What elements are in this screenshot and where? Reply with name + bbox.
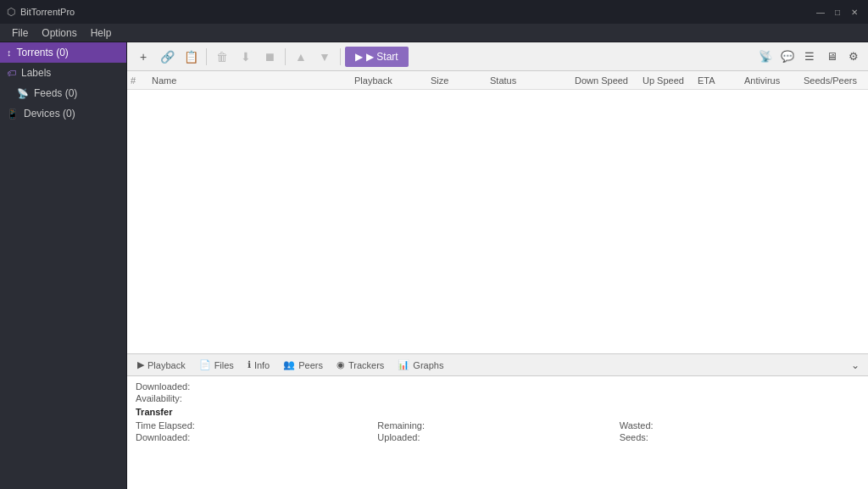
- list-view-button[interactable]: ☰: [800, 47, 819, 66]
- graphs-tab-icon: 📊: [398, 359, 409, 370]
- availability-row: Availability:: [136, 393, 860, 403]
- separator-3: [340, 48, 341, 65]
- main-layout: ↕ Torrents (0) 🏷 Labels 📡 Feeds (0) 📱 De…: [0, 42, 868, 489]
- col-name[interactable]: Name: [148, 75, 351, 86]
- window-controls: — □ ✕: [814, 5, 861, 19]
- priority-down-button[interactable]: ▼: [314, 47, 336, 67]
- info-tab-icon: ℹ: [248, 359, 251, 370]
- sidebar-label-torrents: Torrents (0): [17, 47, 69, 58]
- availability-label: Availability:: [136, 393, 220, 403]
- separator-1: [206, 48, 207, 65]
- labels-icon: 🏷: [7, 68, 16, 78]
- trackers-tab-icon: ◉: [337, 359, 345, 370]
- bottom-content: Downloaded: Availability: Transfer Time …: [127, 376, 868, 489]
- transfer-grid: Time Elapsed: Remaining: Wasted: Do: [136, 420, 860, 442]
- priority-up-button[interactable]: ▲: [290, 47, 312, 67]
- col-size[interactable]: Size: [427, 75, 487, 86]
- menu-bar: File Options Help: [0, 24, 868, 42]
- tab-info-label: Info: [254, 360, 270, 370]
- tab-info[interactable]: ℹ Info: [241, 357, 276, 373]
- menu-file[interactable]: File: [5, 25, 35, 41]
- col-upspeed[interactable]: Up Speed: [639, 75, 694, 86]
- tab-playback-label: Playback: [147, 360, 186, 370]
- chat-button[interactable]: 💬: [778, 47, 797, 66]
- tab-files[interactable]: 📄 Files: [192, 357, 241, 373]
- start-button[interactable]: ▶ ▶ Start: [345, 47, 409, 67]
- torrent-list: [127, 90, 868, 353]
- tab-trackers-label: Trackers: [348, 360, 384, 370]
- sidebar-item-devices[interactable]: 📱 Devices (0): [0, 103, 126, 124]
- remaining-row: Remaining:: [377, 420, 617, 431]
- app-icon: ⬡: [7, 6, 15, 18]
- tab-files-label: Files: [214, 360, 234, 370]
- time-elapsed-row: Time Elapsed:: [136, 420, 376, 431]
- sidebar-label-feeds: Feeds (0): [34, 87, 77, 99]
- sidebar-item-torrents[interactable]: ↕ Torrents (0): [0, 42, 126, 63]
- transfer-section: Transfer Time Elapsed: Remaining: Wasted…: [136, 407, 860, 442]
- transfer-title: Transfer: [136, 407, 860, 417]
- tab-graphs[interactable]: 📊 Graphs: [391, 357, 450, 373]
- start-icon: ▶: [355, 51, 363, 63]
- app-title: BitTorrentPro: [20, 7, 75, 17]
- tab-peers-label: Peers: [298, 360, 323, 370]
- feeds-icon: 📡: [17, 88, 29, 99]
- downloaded-label: Downloaded:: [136, 381, 220, 392]
- rss-button[interactable]: 📡: [756, 47, 775, 66]
- table-header: # Name Playback Size Status Down Speed U…: [127, 71, 868, 90]
- minimize-button[interactable]: —: [814, 5, 827, 19]
- close-button[interactable]: ✕: [848, 5, 861, 19]
- downloaded2-label: Downloaded:: [136, 432, 190, 442]
- uploaded-row: Uploaded:: [377, 432, 617, 442]
- wasted-row: Wasted:: [620, 420, 860, 431]
- devices-icon: 📱: [7, 108, 19, 119]
- sidebar-item-labels[interactable]: 🏷 Labels: [0, 63, 126, 83]
- remaining-label: Remaining:: [377, 420, 425, 431]
- settings-button[interactable]: ⚙: [844, 47, 863, 66]
- tab-trackers[interactable]: ◉ Trackers: [330, 357, 391, 373]
- tab-graphs-label: Graphs: [413, 360, 443, 370]
- add-torrent-button[interactable]: +: [132, 47, 154, 67]
- menu-help[interactable]: Help: [84, 25, 119, 41]
- seeds-label: Seeds:: [620, 432, 648, 442]
- sidebar: ↕ Torrents (0) 🏷 Labels 📡 Feeds (0) 📱 De…: [0, 42, 127, 489]
- col-downspeed[interactable]: Down Speed: [571, 75, 639, 86]
- tab-playback[interactable]: ▶ Playback: [131, 357, 192, 373]
- files-tab-icon: 📄: [199, 359, 211, 370]
- screen-button[interactable]: 🖥: [822, 47, 841, 66]
- col-status[interactable]: Status: [487, 75, 571, 86]
- down-button[interactable]: ⬇: [235, 47, 257, 67]
- create-torrent-button[interactable]: 📋: [180, 47, 202, 67]
- seeds-row: Seeds:: [620, 432, 860, 442]
- title-bar: ⬡ BitTorrentPro — □ ✕: [0, 0, 868, 24]
- col-hash[interactable]: #: [127, 75, 148, 86]
- bottom-tabs: ▶ Playback 📄 Files ℹ Info 👥 Peers ◉: [127, 354, 868, 376]
- toolbar-right: 📡 💬 ☰ 🖥 ⚙: [756, 47, 863, 66]
- torrents-icon: ↕: [7, 47, 12, 58]
- playback-tab-icon: ▶: [137, 359, 144, 370]
- time-elapsed-label: Time Elapsed:: [136, 420, 195, 431]
- separator-2: [285, 48, 286, 65]
- uploaded-label: Uploaded:: [377, 432, 420, 442]
- bottom-panel: ▶ Playback 📄 Files ℹ Info 👥 Peers ◉: [127, 353, 868, 489]
- wasted-label: Wasted:: [620, 420, 654, 431]
- col-seeds[interactable]: Seeds/Peers: [800, 75, 868, 86]
- toolbar: + 🔗 📋 🗑 ⬇ ⏹ ▲ ▼ ▶ ▶ Start 📡 💬 ☰ 🖥 ⚙: [127, 42, 868, 71]
- peers-tab-icon: 👥: [283, 359, 295, 370]
- content-area: + 🔗 📋 🗑 ⬇ ⏹ ▲ ▼ ▶ ▶ Start 📡 💬 ☰ 🖥 ⚙: [127, 42, 868, 489]
- menu-options[interactable]: Options: [35, 25, 83, 41]
- sidebar-label-labels: Labels: [21, 67, 51, 79]
- delete-button[interactable]: 🗑: [211, 47, 233, 67]
- stop-button[interactable]: ⏹: [259, 47, 281, 67]
- tab-peers[interactable]: 👥 Peers: [276, 357, 330, 373]
- col-antivirus[interactable]: Antivirus: [741, 75, 800, 86]
- col-eta[interactable]: ETA: [694, 75, 741, 86]
- sidebar-label-devices: Devices (0): [24, 108, 75, 119]
- col-playback[interactable]: Playback: [351, 75, 427, 86]
- downloaded-row: Downloaded:: [136, 381, 860, 392]
- downloaded2-row: Downloaded:: [136, 432, 376, 442]
- sidebar-item-feeds[interactable]: 📡 Feeds (0): [0, 83, 126, 103]
- add-link-button[interactable]: 🔗: [156, 47, 178, 67]
- tab-expand-button[interactable]: ⌄: [846, 356, 865, 375]
- maximize-button[interactable]: □: [831, 5, 844, 19]
- start-label: ▶ Start: [366, 51, 398, 63]
